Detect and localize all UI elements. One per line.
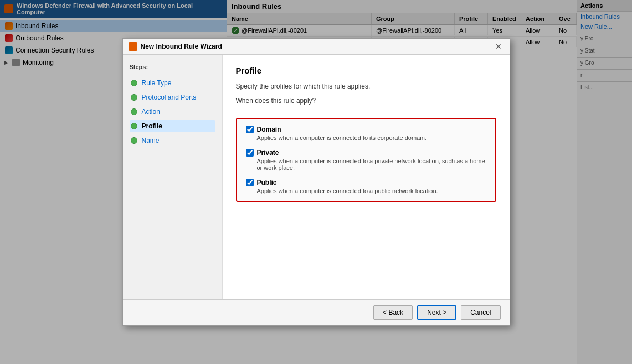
step-label-rule-type: Rule Type	[142, 79, 172, 87]
profile-public-option: Public Applies when a computer is connec…	[246, 179, 486, 194]
step-label-name: Name	[142, 137, 160, 144]
wizard-content: Profile Specify the profiles for which t…	[223, 55, 510, 299]
profile-public-header: Public	[246, 179, 486, 186]
profile-domain-checkbox[interactable]	[246, 126, 254, 133]
profile-domain-option: Domain Applies when a computer is connec…	[246, 126, 486, 141]
wizard-question: When does this rule apply?	[236, 97, 496, 105]
back-button[interactable]: < Back	[373, 305, 413, 320]
profile-private-desc: Applies when a computer is connected to …	[257, 158, 486, 171]
profile-domain-desc: Applies when a computer is connected to …	[257, 134, 486, 141]
wizard-title-text: New Inbound Rule Wizard	[141, 43, 222, 50]
step-label-profile: Profile	[142, 122, 162, 130]
step-dot-action	[131, 108, 137, 115]
step-label-protocol-ports: Protocol and Ports	[142, 93, 197, 101]
wizard-footer: < Back Next > Cancel	[123, 299, 510, 325]
modal-overlay: New Inbound Rule Wizard ✕ Steps: Rule Ty…	[0, 0, 632, 364]
step-dot-rule-type	[131, 80, 137, 86]
step-protocol-ports[interactable]: Protocol and Ports	[130, 91, 215, 103]
wizard-titlebar-left: New Inbound Rule Wizard	[129, 42, 222, 51]
profile-private-header: Private	[246, 149, 486, 157]
profile-private-checkbox[interactable]	[246, 149, 254, 157]
step-rule-type[interactable]: Rule Type	[130, 77, 215, 89]
step-name[interactable]: Name	[130, 134, 215, 147]
profiles-box: Domain Applies when a computer is connec…	[236, 118, 496, 202]
profile-public-label: Public	[257, 179, 277, 186]
next-button[interactable]: Next >	[417, 305, 456, 320]
profile-public-checkbox[interactable]	[246, 179, 254, 186]
step-dot-protocol-ports	[131, 94, 137, 101]
profile-public-desc: Applies when a computer is connected to …	[257, 188, 486, 194]
wizard-subtitle: Specify the profiles for which this rule…	[236, 82, 496, 90]
profile-domain-label: Domain	[257, 126, 281, 133]
wizard-page-title: Profile	[236, 66, 496, 80]
profile-private-option: Private Applies when a computer is conne…	[246, 149, 486, 171]
steps-label: Steps:	[130, 64, 215, 70]
step-dot-name	[131, 137, 137, 144]
profile-private-label: Private	[257, 149, 279, 157]
cancel-button[interactable]: Cancel	[461, 305, 500, 320]
close-button[interactable]: ✕	[493, 42, 504, 51]
step-profile[interactable]: Profile	[130, 120, 215, 132]
profile-domain-header: Domain	[246, 126, 486, 133]
step-dot-profile	[131, 123, 137, 129]
wizard-steps-panel: Steps: Rule Type Protocol and Ports Acti…	[123, 55, 223, 299]
wizard-titlebar: New Inbound Rule Wizard ✕	[123, 39, 510, 55]
step-label-action: Action	[142, 108, 160, 116]
wizard-title-icon	[129, 42, 137, 51]
wizard-body: Steps: Rule Type Protocol and Ports Acti…	[123, 55, 510, 299]
step-action[interactable]: Action	[130, 106, 215, 118]
wizard-dialog: New Inbound Rule Wizard ✕ Steps: Rule Ty…	[122, 38, 510, 326]
